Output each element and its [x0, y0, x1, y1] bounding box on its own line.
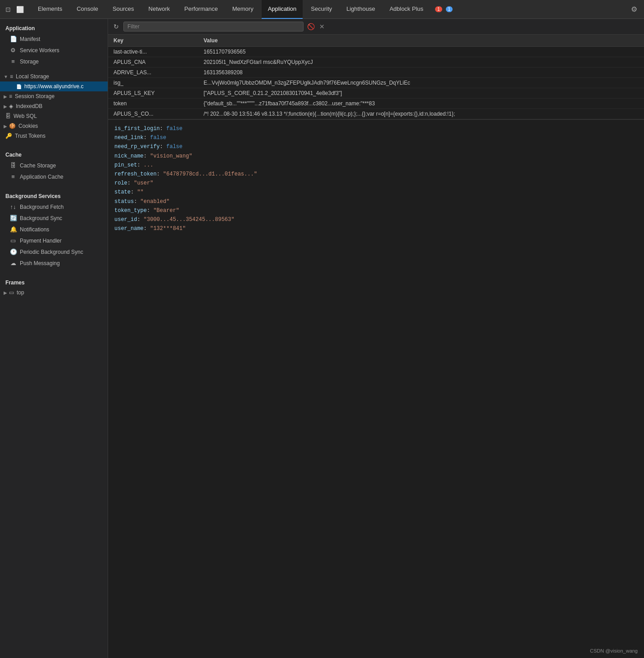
payment-label: Payment Handler [20, 238, 62, 244]
sidebar-item-session-storage[interactable]: ▶ ≡ Session Storage [0, 91, 108, 101]
sidebar-item-bg-sync[interactable]: 🔄 Background Sync [0, 212, 108, 224]
sidebar-item-cache-storage[interactable]: 🗄 Cache Storage [0, 160, 108, 171]
filter-bar: ↻ 🚫 ✕ [108, 19, 644, 35]
expand-icon-idb: ▶ [4, 104, 7, 109]
table-row[interactable]: APLUS_CNA 202105I1_NwdXzFGtarI msc&RuYQU… [108, 57, 644, 68]
local-storage-icon: ≡ [10, 73, 13, 80]
table-row[interactable]: token {"default_sb...""***""""...z71fbaa… [108, 99, 644, 109]
indexeddb-icon: ◈ [9, 103, 13, 109]
table-row[interactable]: APLUS_LS_KEY ["APLUS_S_CORE_0.21.2_20210… [108, 88, 644, 99]
sidebar-item-trust-tokens[interactable]: 🔑 Trust Tokens [0, 131, 108, 141]
session-storage-label: Session Storage [15, 93, 54, 99]
trust-tokens-label: Trust Tokens [15, 133, 45, 139]
devtools-toolbar: ⊡ ⬜ Elements Console Sources Network Per… [0, 0, 644, 19]
detail-line: need_rp_verify: false [114, 143, 638, 151]
sidebar-item-service-workers[interactable]: ⚙ Service Workers [0, 45, 108, 56]
periodic-sync-icon: 🕐 [10, 248, 16, 255]
table-cell-value: 16511707936565 [198, 47, 644, 57]
table-row[interactable]: APLUS_S_CO... /*! 202...08-30 13:51:46 v… [108, 109, 644, 119]
table-row[interactable]: isg_ E...VvjWo0mlg7UbbzOMDM_n3zgZFEPUglk… [108, 78, 644, 88]
sidebar-item-local-storage[interactable]: ▼ ≡ Local Storage [0, 72, 108, 81]
expand-icon-frames: ▶ [4, 290, 7, 295]
sidebar-item-indexeddb[interactable]: ▶ ◈ IndexedDB [0, 101, 108, 111]
sidebar-item-periodic-bg-sync[interactable]: 🕐 Periodic Background Sync [0, 246, 108, 257]
table-cell-value: 202105I1_NwdXzFGtarI msc&RuYQUppXycJ [198, 57, 644, 68]
sidebar-item-aliyundrive[interactable]: 📄 https://www.aliyundrive.c [0, 81, 108, 91]
tab-performance[interactable]: Performance [178, 0, 224, 19]
sidebar: Application 📄 Manifest ⚙ Service Workers… [0, 19, 108, 658]
refresh-button[interactable]: ↻ [112, 22, 121, 31]
sidebar-item-storage-label: Storage [20, 59, 39, 65]
content-area: ↻ 🚫 ✕ Key Value last-active-ti... 165117… [108, 19, 644, 658]
notifications-label: Notifications [20, 226, 49, 233]
aliyundrive-icon: 📄 [16, 84, 22, 89]
app-cache-icon: ≡ [10, 173, 16, 180]
sidebar-item-notifications[interactable]: 🔔 Notifications [0, 224, 108, 235]
storage-icon: ≡ [10, 58, 16, 65]
tab-memory[interactable]: Memory [226, 0, 260, 19]
cache-storage-icon: 🗄 [10, 162, 16, 169]
cursor-icon[interactable]: ⊡ [4, 5, 13, 14]
detail-line: user_name: "132***841" [114, 225, 638, 233]
cache-storage-label: Cache Storage [20, 162, 56, 169]
col-header-key: Key [108, 35, 198, 47]
tab-lighthouse[interactable]: Lighthouse [340, 0, 381, 19]
expand-icon-cookies: ▶ [4, 124, 7, 129]
aliyundrive-label: https://www.aliyundrive.c [24, 83, 83, 90]
detail-line: token_type: "Bearer" [114, 207, 638, 215]
filter-input[interactable] [123, 22, 304, 32]
sidebar-item-storage[interactable]: ≡ Storage [0, 56, 108, 67]
sidebar-item-cookies[interactable]: ▶ 🍪 Cookies [0, 121, 108, 131]
tab-adblock[interactable]: Adblock Plus [383, 0, 430, 19]
detail-line: need_link: false [114, 134, 638, 142]
expand-icon: ▼ [4, 74, 8, 79]
sidebar-item-bg-fetch[interactable]: ↑↓ Background Fetch [0, 201, 108, 212]
payment-icon: ▭ [10, 237, 16, 244]
sidebar-item-push-messaging[interactable]: ☁ Push Messaging [0, 257, 108, 269]
storage-table-wrapper: Key Value last-active-ti... 165117079365… [108, 35, 644, 119]
tab-sources[interactable]: Sources [106, 0, 141, 19]
detail-line: pin_set: ... [114, 161, 638, 170]
table-cell-value: {"default_sb...""***""""...z71fbaa70f745… [198, 99, 644, 109]
table-cell-value: ["APLUS_S_CORE_0.21.2_20210830170941_4e8… [198, 88, 644, 99]
filter-close-button[interactable]: ✕ [318, 22, 326, 31]
storage-table: Key Value last-active-ti... 165117079365… [108, 35, 644, 119]
cookies-label: Cookies [18, 123, 38, 129]
sidebar-item-manifest[interactable]: 📄 Manifest [0, 33, 108, 45]
main-layout: Application 📄 Manifest ⚙ Service Workers… [0, 19, 644, 658]
tab-application[interactable]: Application [262, 0, 303, 19]
bg-sync-icon: 🔄 [10, 215, 16, 221]
settings-button[interactable]: ⚙ [628, 3, 640, 16]
push-icon: ☁ [10, 260, 16, 266]
filter-clear-button[interactable]: 🚫 [306, 22, 316, 31]
watermark: CSDN @vision_wang [590, 648, 638, 653]
service-workers-icon: ⚙ [10, 47, 16, 54]
table-row[interactable]: ADRIVE_LAS... 1631356389208 [108, 68, 644, 78]
table-row[interactable]: last-active-ti... 16511707936565 [108, 47, 644, 57]
detail-line: user_id: "3000...45...354245...89563" [114, 216, 638, 224]
tab-security[interactable]: Security [304, 0, 338, 19]
detail-line: nick_name: "vision_wang" [114, 152, 638, 161]
sidebar-item-service-workers-label: Service Workers [20, 47, 59, 54]
table-cell-key: APLUS_CNA [108, 57, 198, 68]
badge-blue: 1 [446, 6, 453, 12]
sidebar-item-frames-top[interactable]: ▶ ▭ top [0, 288, 108, 297]
sidebar-item-payment-handler[interactable]: ▭ Payment Handler [0, 235, 108, 246]
frames-top-label: top [17, 289, 24, 296]
sidebar-item-application-cache[interactable]: ≡ Application Cache [0, 171, 108, 182]
badge-red: 1 [435, 6, 442, 12]
table-cell-key: token [108, 99, 198, 109]
tab-network[interactable]: Network [142, 0, 177, 19]
device-icon[interactable]: ⬜ [15, 5, 24, 14]
col-header-value: Value [198, 35, 644, 47]
indexeddb-label: IndexedDB [16, 103, 42, 109]
expand-icon-session: ▶ [4, 94, 7, 99]
tab-console[interactable]: Console [70, 0, 104, 19]
websql-label: Web SQL [14, 113, 37, 119]
bg-fetch-label: Background Fetch [20, 204, 63, 210]
tab-elements[interactable]: Elements [32, 0, 68, 19]
table-cell-value: E...VvjWo0mlg7UbbzOMDM_n3zgZFEPUglkJAdh7… [198, 78, 644, 88]
sidebar-section-bg-services: Background Services [0, 187, 108, 201]
sidebar-item-websql[interactable]: 🗄 Web SQL [0, 111, 108, 121]
table-cell-key: APLUS_LS_KEY [108, 88, 198, 99]
